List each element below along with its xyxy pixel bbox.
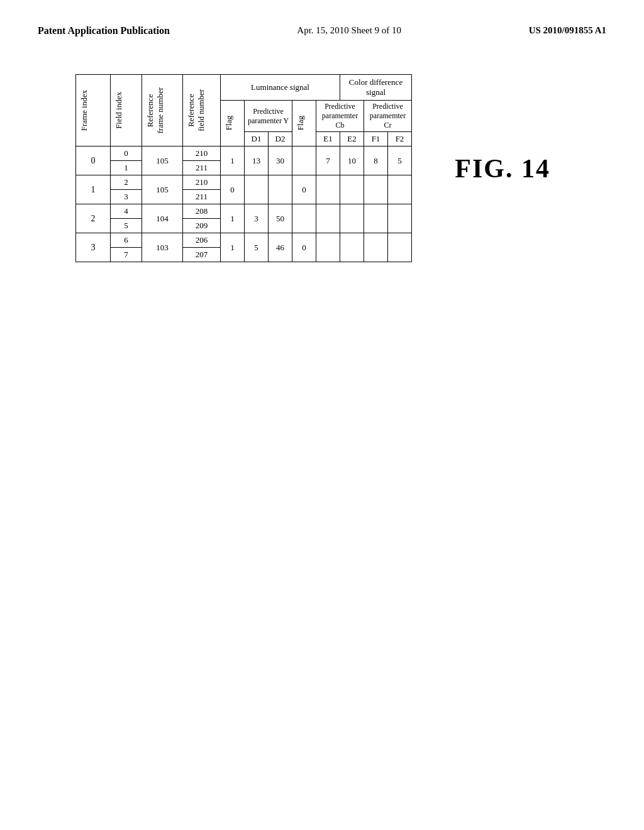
f2-row0: 5 [388, 147, 412, 175]
ref-frame-105b: 105 [142, 175, 183, 204]
lum-flag2-row1: 0 [292, 175, 316, 204]
ref-frame-104: 104 [142, 204, 183, 233]
col-lum-pred-y: Predictiveparamenter Y [245, 101, 292, 132]
ref-field-206: 206 [183, 233, 221, 248]
f2-row2 [388, 204, 412, 233]
col-frame-index: Frame index [76, 75, 111, 147]
frame-3: 3 [76, 233, 111, 262]
ref-frame-103: 103 [142, 233, 183, 262]
e1-row0: 7 [316, 147, 340, 175]
header-right: US 2010/091855 A1 [529, 25, 606, 36]
table-wrapper: Frame index Field index Referenceframe n… [75, 74, 412, 262]
ref-field-211: 211 [183, 161, 221, 175]
f1-row1 [364, 175, 388, 204]
table-row: 2 4 104 208 1 3 50 [76, 204, 412, 219]
col-field-index: Field index [111, 75, 142, 147]
f2-row1 [388, 175, 412, 204]
e1-row1 [316, 175, 340, 204]
e2-row2 [340, 204, 364, 233]
ref-field-207: 207 [183, 248, 221, 262]
ref-field-211b: 211 [183, 190, 221, 204]
ref-frame-105a: 105 [142, 147, 183, 175]
fig-label: FIG. 14 [455, 153, 550, 184]
d1-row3: 5 [245, 233, 269, 262]
field-6: 6 [111, 233, 142, 248]
field-1: 1 [111, 161, 142, 175]
col-cb: Predictiveparamemter Cb [316, 101, 364, 132]
table-row: 3 6 103 206 1 5 46 0 [76, 233, 412, 248]
f2-row3 [388, 233, 412, 262]
f1-row2 [364, 204, 388, 233]
col-d1-header: D1 [245, 132, 269, 147]
col-f2-header: F2 [388, 132, 412, 147]
field-3: 3 [111, 190, 142, 204]
col-e2-header: E2 [340, 132, 364, 147]
col-lum-flag2: Flag [292, 101, 316, 147]
frame-1: 1 [76, 175, 111, 204]
d2-row1 [269, 175, 292, 204]
header-left: Patent Application Publication [38, 25, 170, 36]
f1-row0: 8 [364, 147, 388, 175]
ref-field-210b: 210 [183, 175, 221, 190]
field-5: 5 [111, 219, 142, 233]
lum-flag1-row0: 1 [221, 147, 245, 175]
header-center: Apr. 15, 2010 Sheet 9 of 10 [297, 25, 401, 36]
lum-flag1-row2: 1 [221, 204, 245, 233]
e1-row3 [316, 233, 340, 262]
col-cr: Predictiveparamemter Cr [364, 101, 412, 132]
e2-row0: 10 [340, 147, 364, 175]
d2-row0: 30 [269, 147, 292, 175]
e2-row1 [340, 175, 364, 204]
frame-2: 2 [76, 204, 111, 233]
patent-table: Frame index Field index Referenceframe n… [75, 74, 412, 262]
col-group-luminance: Luminance signal [221, 75, 340, 101]
lum-flag1-row3: 1 [221, 233, 245, 262]
e2-row3 [340, 233, 364, 262]
e1-row2 [316, 204, 340, 233]
col-ref-frame: Referenceframe number [142, 75, 183, 147]
col-d2-header: D2 [269, 132, 292, 147]
table-row: 1 2 105 210 0 0 [76, 175, 412, 190]
col-e1-header: E1 [316, 132, 340, 147]
f1-row3 [364, 233, 388, 262]
lum-flag2-row0 [292, 147, 316, 175]
field-4: 4 [111, 204, 142, 219]
lum-flag2-row3: 0 [292, 233, 316, 262]
d2-row3: 46 [269, 233, 292, 262]
ref-field-209: 209 [183, 219, 221, 233]
lum-flag1-row1: 0 [221, 175, 245, 204]
d1-row0: 13 [245, 147, 269, 175]
col-group-color: Color difference signal [340, 75, 412, 101]
frame-0: 0 [76, 147, 111, 175]
field-7: 7 [111, 248, 142, 262]
col-ref-field: Referencefield number [183, 75, 221, 147]
field-0: 0 [111, 147, 142, 161]
d1-row2: 3 [245, 204, 269, 233]
d1-row1 [245, 175, 269, 204]
col-lum-flag1: Flag [221, 101, 245, 147]
lum-flag2-row2 [292, 204, 316, 233]
ref-field-208: 208 [183, 204, 221, 219]
d2-row2: 50 [269, 204, 292, 233]
table-row: 0 0 105 210 1 13 30 7 10 8 5 [76, 147, 412, 161]
field-2: 2 [111, 175, 142, 190]
col-f1-header: F1 [364, 132, 388, 147]
ref-field-210: 210 [183, 147, 221, 161]
